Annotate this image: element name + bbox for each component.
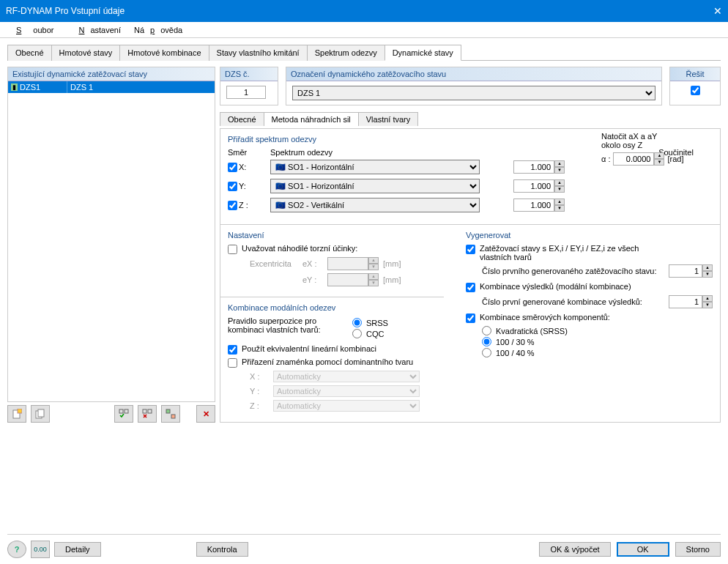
spin-up-icon[interactable]: ▲ xyxy=(554,160,565,167)
eqlin-checkbox-label[interactable]: Použít ekvivalentní lineární kombinaci xyxy=(228,344,437,355)
window-title: RF-DYNAM Pro Vstupní údaje xyxy=(6,6,125,16)
left-header: Existující dynamické zatěžovací stavy xyxy=(8,67,215,81)
subtab-obecne[interactable]: Obecné xyxy=(220,112,264,126)
spin-down-icon[interactable]: ▼ xyxy=(702,271,713,278)
group-modal-title: Kombinace modálních odezev xyxy=(228,302,437,316)
gen-loadcases-checkbox[interactable] xyxy=(466,245,475,254)
coef-x-input[interactable] xyxy=(513,160,554,174)
gen-dircombo-checkbox[interactable] xyxy=(466,313,475,323)
spin-up-icon[interactable]: ▲ xyxy=(702,295,713,302)
main-tabs: Obecné Hmotové stavy Hmotové kombinace S… xyxy=(7,44,721,61)
badge-icon: ▮ xyxy=(11,84,18,91)
dir-10030-radio[interactable] xyxy=(482,337,491,346)
dir-z-checkbox[interactable] xyxy=(228,201,237,210)
auto-x-select: Automaticky xyxy=(273,371,420,382)
details-button[interactable]: Detaily xyxy=(54,542,101,557)
check-all-icon[interactable] xyxy=(114,405,133,423)
spin-down-icon[interactable]: ▼ xyxy=(554,186,565,193)
delete-icon[interactable]: ✕ xyxy=(196,405,215,423)
ok-calc-button[interactable]: OK & výpočet xyxy=(539,542,610,557)
gen-dircombo-checkbox-label[interactable]: Kombinace směrových komponentů: xyxy=(466,313,713,323)
svg-rect-8 xyxy=(166,409,170,413)
dzs-number-input[interactable] xyxy=(226,86,266,99)
gen-loadcases-checkbox-label[interactable]: Zatěžovací stavy s EX,i / EY,i / EZ,i ze… xyxy=(466,244,713,261)
tab-stavy-kmitani[interactable]: Stavy vlastního kmitání xyxy=(209,45,308,61)
svg-rect-4 xyxy=(119,409,123,413)
spin-up-icon[interactable]: ▲ xyxy=(702,264,713,271)
units-icon[interactable]: 0.00 xyxy=(31,541,50,558)
svg-rect-1 xyxy=(18,409,22,413)
coef-y-input[interactable] xyxy=(513,179,554,193)
solve-checkbox[interactable] xyxy=(691,86,700,95)
spin-down-icon[interactable]: ▼ xyxy=(554,167,565,174)
group-settings-title: Nastavení xyxy=(228,229,437,244)
gen-resultcombo-checkbox-label[interactable]: Kombinace výsledků (modální kombinace) xyxy=(466,282,713,292)
torsion-checkbox-label[interactable]: Uvažovat náhodilé torzní účinky: xyxy=(228,244,437,254)
cqc-radio[interactable] xyxy=(352,329,362,338)
titlebar: RF-DYNAM Pro Vstupní údaje ✕ xyxy=(0,0,728,22)
ey-input xyxy=(327,273,368,286)
ok-button[interactable]: OK xyxy=(617,542,669,557)
toggle-icon[interactable] xyxy=(161,405,180,423)
menu-help[interactable]: Nápověda xyxy=(128,24,188,36)
dir-srss-radio[interactable] xyxy=(482,326,491,335)
sign-checkbox-label[interactable]: Přiřazení znaménka pomocí dominantního t… xyxy=(228,357,437,368)
field-solve: Řešit xyxy=(669,67,721,105)
tab-obecne[interactable]: Obecné xyxy=(7,45,52,61)
svg-rect-5 xyxy=(125,409,128,413)
tab-dynamicke-stavy[interactable]: Dynamické stavy xyxy=(385,45,461,61)
close-icon[interactable]: ✕ xyxy=(713,5,722,17)
spectrum-x-select[interactable]: 🇪🇺 SO1 - Horizontální xyxy=(270,160,480,174)
field-dzs-name: Označení dynamického zatěžovacího stavu … xyxy=(286,67,662,105)
auto-z-select: Automaticky xyxy=(273,400,420,412)
spectrum-z-select[interactable]: 🇪🇺 SO2 - Vertikální xyxy=(270,198,480,212)
first-loadcase-input[interactable] xyxy=(669,264,702,278)
menu-settings[interactable]: Nastavení xyxy=(67,24,127,36)
menu-file[interactable]: Soubor xyxy=(4,24,65,36)
spectrum-y-select[interactable]: 🇪🇺 SO1 - Horizontální xyxy=(270,179,480,193)
kontrola-button[interactable]: Kontrola xyxy=(196,542,248,557)
tab-hmotove-stavy[interactable]: Hmotové stavy xyxy=(51,45,121,61)
dir-10040-radio[interactable] xyxy=(482,348,491,357)
spin-up-icon[interactable]: ▲ xyxy=(554,179,565,186)
first-resultcombo-input[interactable] xyxy=(669,295,702,308)
subtab-metoda[interactable]: Metoda náhradních sil xyxy=(264,112,359,126)
torsion-checkbox[interactable] xyxy=(228,245,237,254)
dzs-name-select[interactable]: DZS 1 xyxy=(292,86,655,100)
auto-y-select: Automaticky xyxy=(273,385,420,397)
field-dzs-number: DZS č. xyxy=(220,67,278,105)
svg-rect-3 xyxy=(38,409,44,417)
menubar: Soubor Nastavení Nápověda xyxy=(0,22,728,38)
new-item-icon[interactable] xyxy=(7,405,26,423)
dir-x-checkbox[interactable] xyxy=(228,163,237,172)
spin-down-icon[interactable]: ▼ xyxy=(554,205,565,212)
svg-rect-6 xyxy=(143,409,146,413)
gen-resultcombo-checkbox[interactable] xyxy=(466,283,475,292)
tab-hmotove-kombinace[interactable]: Hmotové kombinace xyxy=(119,45,209,61)
sign-checkbox[interactable] xyxy=(228,358,237,368)
uncheck-all-icon[interactable] xyxy=(138,405,157,423)
tab-spektrum[interactable]: Spektrum odezvy xyxy=(307,45,385,61)
rotate-box: Natočit aX a aY okolo osy Z α : ▲▼ [rad] xyxy=(601,132,704,166)
storno-button[interactable]: Storno xyxy=(675,542,721,557)
dir-y-checkbox[interactable] xyxy=(228,182,237,191)
alpha-input[interactable] xyxy=(613,152,654,166)
spin-up-icon[interactable]: ▲ xyxy=(654,152,664,159)
coef-z-input[interactable] xyxy=(513,198,554,212)
spin-down-icon[interactable]: ▼ xyxy=(654,159,664,166)
svg-rect-9 xyxy=(171,415,175,418)
help-icon[interactable]: ? xyxy=(7,541,26,558)
spin-down-icon[interactable]: ▼ xyxy=(702,302,713,308)
spin-up-icon[interactable]: ▲ xyxy=(554,198,565,205)
svg-rect-7 xyxy=(148,409,152,413)
subtab-vlastni-tvary[interactable]: Vlastní tvary xyxy=(358,112,419,126)
dzs-list[interactable]: ▮DZS1 DZS 1 xyxy=(8,81,215,401)
group-generate-title: Vygenerovat xyxy=(466,229,713,244)
list-item[interactable]: ▮DZS1 DZS 1 xyxy=(8,81,215,93)
copy-item-icon[interactable] xyxy=(31,405,50,423)
ex-input xyxy=(327,257,368,270)
srss-radio[interactable] xyxy=(352,318,362,327)
eqlin-checkbox[interactable] xyxy=(228,345,237,355)
